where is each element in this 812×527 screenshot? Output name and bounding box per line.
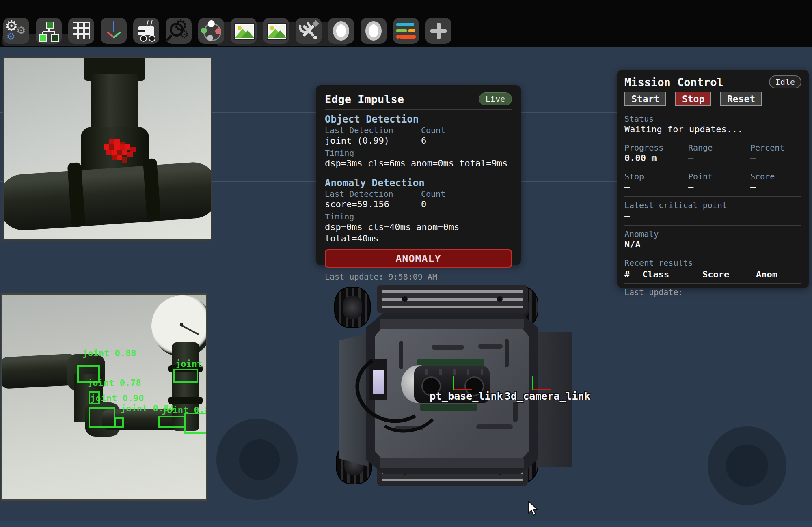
last-detection-value: joint (0.99)	[325, 135, 421, 146]
results-col-score: Score	[702, 269, 756, 280]
timing-value: dsp=3ms cls=6ms anom=0ms total=9ms	[325, 158, 512, 169]
bottom-strip	[0, 521, 812, 527]
lens-icon	[365, 21, 382, 41]
mouse-cursor	[528, 501, 540, 517]
image-panel-b-button[interactable]	[263, 18, 289, 44]
heatmap-overlay	[104, 139, 149, 172]
timing-label: Timing	[325, 212, 512, 222]
rover-wheel	[334, 287, 371, 328]
layer-bars-button[interactable]	[393, 18, 419, 44]
settings-gears-button[interactable]: ⚙ ⚙ ⚙	[3, 18, 29, 44]
axes-button[interactable]	[101, 18, 127, 44]
range-value: –	[688, 153, 750, 164]
recent-results-label: Recent results	[624, 258, 801, 268]
progress-value: 0.00 m	[624, 153, 688, 164]
critical-point-label: Latest critical point	[624, 200, 801, 210]
rover-deck-rail	[380, 319, 524, 329]
grid-button[interactable]	[68, 18, 94, 44]
anomaly-banner: ANOMALY	[325, 249, 512, 268]
magnifier-icon	[170, 23, 184, 37]
stop-value: –	[624, 181, 688, 193]
joystick-right-knob[interactable]	[726, 445, 768, 487]
detection-label: joint 0.88	[82, 348, 136, 358]
progress-label: Progress	[624, 143, 688, 153]
inspect-gears-button[interactable]: ⚙ ⚙	[166, 18, 192, 44]
app-window: ⚙ ⚙ ⚙	[0, 0, 812, 527]
gear-icon: ⚙	[6, 32, 15, 41]
rover-button[interactable]	[133, 18, 159, 44]
toolbar: ⚙ ⚙ ⚙	[0, 0, 812, 47]
rover-deck-rail	[380, 458, 524, 468]
score-value: –	[750, 181, 801, 193]
stop-button[interactable]: Stop	[675, 92, 711, 106]
image-panel-a-button[interactable]	[231, 18, 257, 44]
status-value: Waiting for updates...	[624, 124, 801, 135]
deck-slot	[478, 344, 503, 349]
tools-button[interactable]	[296, 18, 322, 44]
edge-impulse-panel: Edge Impulse Live Object Detection Last …	[316, 85, 521, 265]
live-badge: Live	[479, 92, 512, 105]
node-graph-icon	[36, 18, 62, 44]
count-label: Count	[421, 125, 512, 135]
tf-axis-z	[453, 376, 454, 390]
plus-icon	[425, 18, 451, 44]
last-detection-value: score=59.156	[325, 199, 421, 210]
last-update-text: Last update: 9:58:09 AM	[325, 272, 512, 282]
layer-bars-icon	[393, 18, 419, 44]
range-label: Range	[688, 143, 750, 153]
state-dots-button[interactable]	[198, 18, 224, 44]
critical-point-value: –	[624, 210, 801, 222]
panel-title: Edge Impulse	[325, 93, 404, 105]
detection-label: joint 0.78	[87, 378, 141, 388]
point-value: –	[688, 181, 750, 193]
module-ridges	[414, 369, 490, 375]
anomaly-value: N/A	[624, 239, 801, 250]
start-button[interactable]: Start	[624, 92, 666, 106]
node-graph-button[interactable]	[36, 18, 62, 44]
results-col-class: Class	[642, 269, 702, 280]
results-col-num: #	[624, 269, 642, 280]
lens-b-button[interactable]	[361, 18, 387, 44]
timing-value: dsp=0ms cls=40ms anom=0ms total=40ms	[325, 222, 512, 244]
tf-frame-label: 3d_camera_link	[505, 390, 590, 402]
last-detection-label: Last Detection	[325, 125, 421, 135]
gear-icon: ⚙	[16, 25, 26, 36]
deck-slot	[505, 339, 509, 367]
detection-box	[184, 413, 207, 434]
camera-feed-heatmap	[3, 57, 212, 241]
last-detection-label: Last Detection	[325, 189, 421, 199]
tools-icon	[296, 18, 322, 44]
point-label: Point	[688, 172, 750, 181]
image-icon	[235, 24, 254, 39]
image-icon	[268, 24, 286, 39]
camera-feed-detection: joint 0.88 joint 0.78 joint 0.90 joint 0…	[1, 293, 207, 501]
results-col-anom: Anom	[756, 269, 801, 280]
count-value: 0	[421, 199, 512, 210]
lens-a-button[interactable]	[328, 18, 354, 44]
mission-control-panel: Mission Control Idle Start Stop Reset St…	[617, 70, 809, 288]
tf-frame-label: pt_base_link	[430, 390, 503, 402]
add-panel-button[interactable]	[425, 18, 451, 44]
rover-3d-view: pt_base_link 3d_camera_link	[334, 280, 578, 501]
count-value: 6	[421, 135, 512, 146]
percent-label: Percent	[750, 143, 801, 153]
percent-value: –	[750, 153, 801, 164]
status-label: Status	[624, 114, 801, 124]
anomaly-detection-header: Anomaly Detection	[325, 177, 512, 189]
rover-icon	[133, 18, 159, 44]
state-dots-icon	[198, 18, 224, 44]
rover-front-bumper	[377, 285, 528, 313]
reset-button[interactable]: Reset	[720, 92, 762, 106]
grid-icon	[73, 22, 90, 39]
deck-slot	[432, 345, 464, 350]
idle-badge: Idle	[769, 75, 801, 88]
last-update-text: Last update: –	[624, 287, 801, 297]
joystick-left-knob[interactable]	[239, 439, 280, 480]
panel-title: Mission Control	[624, 76, 723, 88]
timing-label: Timing	[325, 148, 512, 158]
deck-slot	[476, 424, 513, 429]
magnifier-handle	[166, 34, 173, 41]
stop-label: Stop	[624, 172, 688, 181]
deck-slot	[513, 402, 518, 422]
tf-axis-z	[532, 376, 533, 390]
